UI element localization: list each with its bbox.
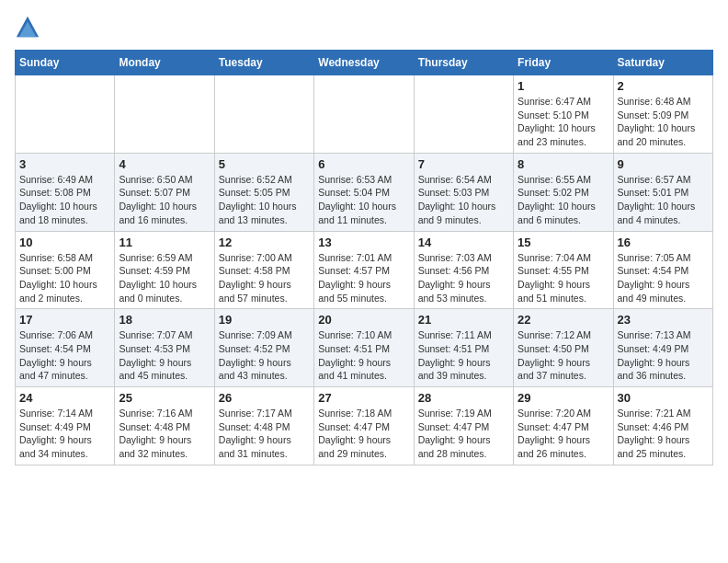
header-row: SundayMondayTuesdayWednesdayThursdayFrid…	[16, 51, 713, 75]
day-number: 23	[618, 313, 709, 327]
day-number: 4	[119, 157, 210, 171]
day-cell: 13Sunrise: 7:01 AMSunset: 4:57 PMDayligh…	[314, 231, 414, 309]
day-cell: 9Sunrise: 6:57 AMSunset: 5:01 PMDaylight…	[613, 153, 712, 231]
day-number: 30	[618, 391, 709, 405]
day-info: Sunrise: 6:59 AMSunset: 4:59 PMDaylight:…	[119, 251, 210, 305]
day-header-tuesday: Tuesday	[214, 51, 313, 75]
day-number: 20	[318, 313, 409, 327]
day-cell: 11Sunrise: 6:59 AMSunset: 4:59 PMDayligh…	[115, 231, 214, 309]
day-cell: 21Sunrise: 7:11 AMSunset: 4:51 PMDayligh…	[414, 309, 513, 387]
calendar-body: 1Sunrise: 6:47 AMSunset: 5:10 PMDaylight…	[16, 75, 713, 465]
day-number: 28	[418, 391, 509, 405]
day-cell	[214, 75, 313, 154]
day-number: 13	[318, 236, 409, 249]
day-info: Sunrise: 7:21 AMSunset: 4:46 PMDaylight:…	[618, 407, 709, 461]
day-info: Sunrise: 7:16 AMSunset: 4:48 PMDaylight:…	[119, 407, 210, 461]
day-number: 2	[618, 79, 709, 93]
day-info: Sunrise: 6:58 AMSunset: 5:00 PMDaylight:…	[19, 251, 110, 305]
day-info: Sunrise: 6:49 AMSunset: 5:08 PMDaylight:…	[19, 173, 110, 227]
day-number: 1	[518, 79, 609, 93]
day-info: Sunrise: 7:12 AMSunset: 4:50 PMDaylight:…	[518, 328, 609, 383]
day-number: 29	[518, 391, 609, 405]
day-header-thursday: Thursday	[414, 51, 513, 75]
day-header-sunday: Sunday	[16, 51, 115, 75]
day-info: Sunrise: 7:05 AMSunset: 4:54 PMDaylight:…	[618, 251, 709, 305]
day-info: Sunrise: 6:48 AMSunset: 5:09 PMDaylight:…	[618, 95, 709, 149]
day-number: 24	[19, 391, 110, 405]
day-cell: 26Sunrise: 7:17 AMSunset: 4:48 PMDayligh…	[214, 387, 313, 465]
day-cell: 5Sunrise: 6:52 AMSunset: 5:05 PMDaylight…	[214, 153, 313, 231]
day-cell: 28Sunrise: 7:19 AMSunset: 4:47 PMDayligh…	[414, 387, 513, 465]
day-info: Sunrise: 6:57 AMSunset: 5:01 PMDaylight:…	[618, 173, 709, 227]
day-info: Sunrise: 7:18 AMSunset: 4:47 PMDaylight:…	[318, 407, 409, 461]
day-number: 27	[318, 391, 409, 405]
day-info: Sunrise: 7:20 AMSunset: 4:47 PMDaylight:…	[518, 407, 609, 461]
day-number: 7	[418, 157, 509, 171]
day-info: Sunrise: 7:19 AMSunset: 4:47 PMDaylight:…	[418, 407, 509, 461]
day-info: Sunrise: 6:54 AMSunset: 5:03 PMDaylight:…	[418, 173, 509, 227]
week-row-1: 1Sunrise: 6:47 AMSunset: 5:10 PMDaylight…	[16, 75, 713, 154]
week-row-5: 24Sunrise: 7:14 AMSunset: 4:49 PMDayligh…	[16, 387, 713, 465]
day-cell	[16, 75, 115, 154]
day-number: 22	[518, 313, 609, 327]
day-cell: 16Sunrise: 7:05 AMSunset: 4:54 PMDayligh…	[613, 231, 712, 309]
day-cell: 8Sunrise: 6:55 AMSunset: 5:02 PMDaylight…	[514, 153, 613, 231]
day-header-wednesday: Wednesday	[314, 51, 414, 75]
day-number: 21	[418, 313, 509, 327]
week-row-4: 17Sunrise: 7:06 AMSunset: 4:54 PMDayligh…	[16, 309, 713, 387]
logo	[15, 15, 44, 40]
day-cell: 18Sunrise: 7:07 AMSunset: 4:53 PMDayligh…	[115, 309, 214, 387]
week-row-3: 10Sunrise: 6:58 AMSunset: 5:00 PMDayligh…	[16, 231, 713, 309]
day-cell: 7Sunrise: 6:54 AMSunset: 5:03 PMDaylight…	[414, 153, 513, 231]
day-info: Sunrise: 7:01 AMSunset: 4:57 PMDaylight:…	[318, 251, 409, 305]
day-info: Sunrise: 7:07 AMSunset: 4:53 PMDaylight:…	[119, 328, 210, 383]
page-header	[15, 15, 713, 40]
day-number: 3	[19, 157, 110, 171]
day-cell	[414, 75, 513, 154]
day-number: 10	[19, 236, 110, 249]
day-info: Sunrise: 7:04 AMSunset: 4:55 PMDaylight:…	[518, 251, 609, 305]
day-number: 15	[518, 236, 609, 249]
day-number: 14	[418, 236, 509, 249]
day-cell: 17Sunrise: 7:06 AMSunset: 4:54 PMDayligh…	[16, 309, 115, 387]
day-info: Sunrise: 6:47 AMSunset: 5:10 PMDaylight:…	[518, 95, 609, 149]
day-number: 25	[119, 391, 210, 405]
day-number: 8	[518, 157, 609, 171]
day-cell: 22Sunrise: 7:12 AMSunset: 4:50 PMDayligh…	[514, 309, 613, 387]
day-info: Sunrise: 7:03 AMSunset: 4:56 PMDaylight:…	[418, 251, 509, 305]
day-number: 18	[119, 313, 210, 327]
day-cell: 20Sunrise: 7:10 AMSunset: 4:51 PMDayligh…	[314, 309, 414, 387]
day-number: 9	[618, 157, 709, 171]
logo-icon	[15, 15, 40, 40]
calendar-table: SundayMondayTuesdayWednesdayThursdayFrid…	[15, 50, 713, 465]
day-header-saturday: Saturday	[613, 51, 712, 75]
day-header-monday: Monday	[115, 51, 214, 75]
day-info: Sunrise: 6:50 AMSunset: 5:07 PMDaylight:…	[119, 173, 210, 227]
day-number: 6	[318, 157, 409, 171]
day-info: Sunrise: 7:10 AMSunset: 4:51 PMDaylight:…	[318, 328, 409, 383]
day-cell: 14Sunrise: 7:03 AMSunset: 4:56 PMDayligh…	[414, 231, 513, 309]
day-cell: 15Sunrise: 7:04 AMSunset: 4:55 PMDayligh…	[514, 231, 613, 309]
day-number: 26	[219, 391, 310, 405]
day-cell: 1Sunrise: 6:47 AMSunset: 5:10 PMDaylight…	[514, 75, 613, 154]
day-info: Sunrise: 7:13 AMSunset: 4:49 PMDaylight:…	[618, 328, 709, 383]
day-cell	[314, 75, 414, 154]
day-info: Sunrise: 7:09 AMSunset: 4:52 PMDaylight:…	[219, 328, 310, 383]
day-cell: 12Sunrise: 7:00 AMSunset: 4:58 PMDayligh…	[214, 231, 313, 309]
day-number: 17	[19, 313, 110, 327]
day-cell: 4Sunrise: 6:50 AMSunset: 5:07 PMDaylight…	[115, 153, 214, 231]
day-number: 11	[119, 236, 210, 249]
day-number: 5	[219, 157, 310, 171]
day-cell: 25Sunrise: 7:16 AMSunset: 4:48 PMDayligh…	[115, 387, 214, 465]
calendar-header: SundayMondayTuesdayWednesdayThursdayFrid…	[16, 51, 713, 75]
day-cell: 24Sunrise: 7:14 AMSunset: 4:49 PMDayligh…	[16, 387, 115, 465]
day-number: 12	[219, 236, 310, 249]
day-info: Sunrise: 7:17 AMSunset: 4:48 PMDaylight:…	[219, 407, 310, 461]
day-cell: 6Sunrise: 6:53 AMSunset: 5:04 PMDaylight…	[314, 153, 414, 231]
day-number: 16	[618, 236, 709, 249]
week-row-2: 3Sunrise: 6:49 AMSunset: 5:08 PMDaylight…	[16, 153, 713, 231]
day-cell: 30Sunrise: 7:21 AMSunset: 4:46 PMDayligh…	[613, 387, 712, 465]
day-info: Sunrise: 7:11 AMSunset: 4:51 PMDaylight:…	[418, 328, 509, 383]
day-info: Sunrise: 7:14 AMSunset: 4:49 PMDaylight:…	[19, 407, 110, 461]
day-header-friday: Friday	[514, 51, 613, 75]
